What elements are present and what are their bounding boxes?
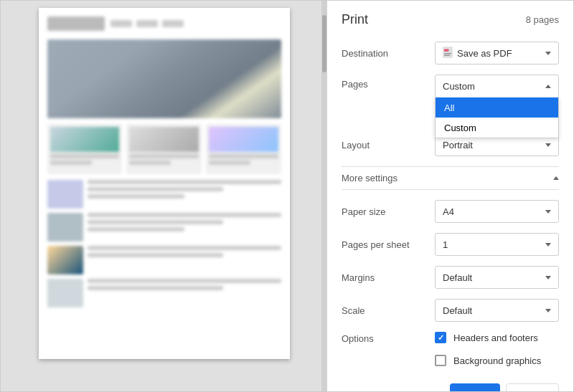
margins-label: Margins bbox=[342, 272, 435, 283]
layout-value: Portrait bbox=[443, 140, 473, 150]
layout-dropdown-arrow bbox=[545, 143, 551, 147]
destination-row: Destination PDF Save as PDF bbox=[342, 42, 559, 64]
background-graphics-checkbox[interactable] bbox=[435, 355, 446, 366]
more-settings-arrow bbox=[553, 176, 559, 180]
print-header: Print 8 pages bbox=[342, 12, 559, 27]
pages-dropdown[interactable]: Custom All Custom bbox=[435, 75, 559, 99]
destination-control: PDF Save as PDF bbox=[435, 42, 559, 64]
more-settings-label: More settings bbox=[342, 173, 397, 183]
pages-per-sheet-value: 1 bbox=[443, 239, 448, 250]
paper-size-label: Paper size bbox=[342, 206, 435, 217]
margins-control: Default bbox=[435, 266, 559, 289]
save-button[interactable]: Save bbox=[450, 383, 500, 392]
pages-row: Pages Custom All Custom bbox=[342, 75, 559, 97]
print-title: Print bbox=[342, 12, 368, 27]
bottom-buttons: Save Cancel bbox=[342, 383, 559, 392]
margins-value: Default bbox=[443, 272, 472, 283]
svg-rect-1 bbox=[444, 53, 451, 54]
headers-footers-label: Headers and footers bbox=[453, 333, 538, 343]
pages-label: Pages bbox=[342, 75, 435, 90]
layout-label: Layout bbox=[342, 140, 435, 150]
pages-dropdown-arrow bbox=[545, 85, 551, 88]
svg-rect-0 bbox=[443, 47, 453, 58]
paper-size-value: A4 bbox=[443, 206, 454, 217]
pages-per-sheet-dropdown-arrow bbox=[545, 243, 551, 247]
pages-per-sheet-row: Pages per sheet 1 bbox=[342, 233, 559, 256]
scale-value: Default bbox=[443, 305, 472, 316]
pages-option-custom[interactable]: Custom bbox=[436, 118, 558, 138]
pages-dropdown-header[interactable]: Custom bbox=[436, 75, 558, 98]
destination-value: Save as PDF bbox=[457, 48, 512, 59]
paper-size-row: Paper size A4 bbox=[342, 200, 559, 223]
headers-footers-checkbox[interactable]: ✓ bbox=[435, 332, 446, 343]
background-graphics-row[interactable]: Background graphics bbox=[435, 355, 541, 366]
background-graphics-label: Background graphics bbox=[453, 355, 541, 366]
paper-size-dropdown-arrow bbox=[545, 210, 551, 214]
preview-panel bbox=[1, 1, 327, 392]
destination-dropdown[interactable]: PDF Save as PDF bbox=[435, 42, 559, 64]
check-icon: ✓ bbox=[438, 333, 444, 343]
margins-row: Margins Default bbox=[342, 266, 559, 289]
scale-dropdown[interactable]: Default bbox=[435, 299, 559, 322]
scale-control: Default bbox=[435, 299, 559, 322]
margins-dropdown[interactable]: Default bbox=[435, 266, 559, 289]
cancel-button[interactable]: Cancel bbox=[506, 383, 559, 392]
destination-dropdown-arrow bbox=[545, 52, 551, 55]
scale-label: Scale bbox=[342, 305, 435, 316]
paper-size-control: A4 bbox=[435, 200, 559, 223]
scroll-bar[interactable] bbox=[321, 1, 327, 392]
destination-label: Destination bbox=[342, 48, 435, 59]
svg-rect-2 bbox=[444, 54, 450, 56]
options-row: Options ✓ Headers and footers Background… bbox=[342, 332, 559, 372]
pdf-icon: PDF bbox=[443, 47, 453, 60]
pages-current-value: Custom bbox=[443, 81, 475, 92]
scale-row: Scale Default bbox=[342, 299, 559, 322]
pages-per-sheet-control: 1 bbox=[435, 233, 559, 256]
options-label: Options bbox=[342, 332, 435, 344]
margins-dropdown-arrow bbox=[545, 276, 551, 279]
print-panel: Print 8 pages Destination PDF bbox=[327, 1, 573, 392]
scroll-thumb[interactable] bbox=[322, 15, 326, 72]
paper-size-dropdown[interactable]: A4 bbox=[435, 200, 559, 223]
svg-text:PDF: PDF bbox=[444, 49, 450, 52]
pages-control: Custom All Custom bbox=[435, 75, 559, 99]
headers-footers-row[interactable]: ✓ Headers and footers bbox=[435, 332, 541, 343]
pages-dropdown-list: All Custom bbox=[435, 97, 559, 138]
scale-dropdown-arrow bbox=[545, 309, 551, 312]
more-settings-row[interactable]: More settings bbox=[342, 166, 559, 190]
pages-option-all[interactable]: All bbox=[436, 97, 558, 118]
print-pages-count: 8 pages bbox=[526, 14, 559, 25]
options-checkboxes: ✓ Headers and footers Background graphic… bbox=[435, 332, 541, 372]
pages-per-sheet-dropdown[interactable]: 1 bbox=[435, 233, 559, 256]
page-preview bbox=[39, 8, 290, 359]
pages-per-sheet-label: Pages per sheet bbox=[342, 239, 435, 250]
